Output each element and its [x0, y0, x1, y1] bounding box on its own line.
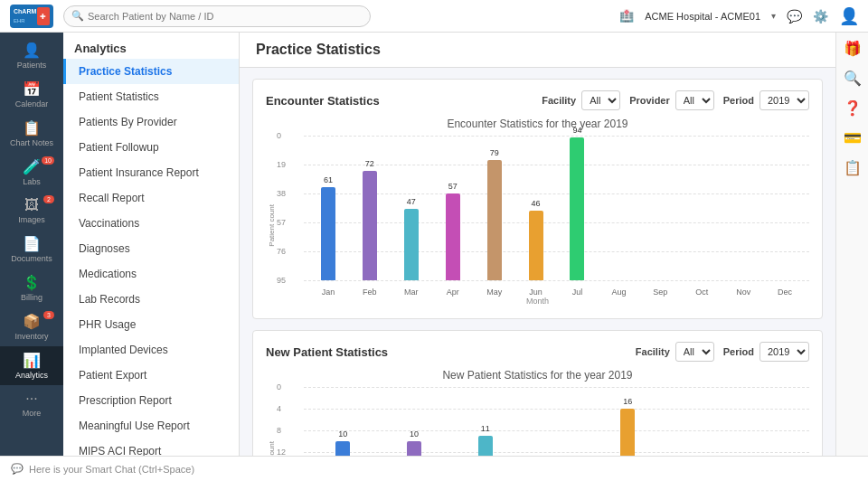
nav-item-labs[interactable]: 10 🧪 Labs — [0, 153, 63, 192]
bar-value-Jul: 94 — [572, 126, 581, 135]
encounter-title: Encounter Statistics — [266, 94, 380, 108]
search-icon: 🔍 — [71, 10, 84, 22]
x-label-Jun: Jun — [529, 288, 542, 297]
sidebar-item-patient-statistics[interactable]: Patient Statistics — [63, 84, 239, 109]
bar-Apr: 57 — [446, 193, 460, 280]
sidebar-item-implanted-devices[interactable]: Implanted Devices — [63, 337, 239, 363]
bar-col-Jun: 46Jun — [515, 136, 557, 280]
sidebar-item-vaccinations[interactable]: Vaccinations — [63, 211, 239, 236]
calendar-icon: 📅 — [23, 80, 41, 98]
new-patient-facility-group: Facility All — [636, 342, 714, 362]
nav-item-images[interactable]: 2 🖼 Images — [0, 192, 63, 230]
help-icon[interactable]: ❓ — [844, 99, 862, 117]
gift-icon[interactable]: 🎁 — [844, 40, 862, 57]
chart-notes-icon: 📋 — [23, 119, 41, 137]
sidebar-item-lab-records[interactable]: Lab Records — [63, 287, 239, 312]
sidebar-item-recall-report[interactable]: Recall Report — [63, 185, 239, 211]
new-facility-select[interactable]: All — [675, 342, 714, 362]
messages-icon[interactable]: 💬 — [787, 9, 802, 24]
nav-item-documents[interactable]: 📄 Documents — [0, 230, 63, 269]
new-period-select[interactable]: 2019 — [760, 342, 809, 362]
bar-col-Jan: 10Jan — [307, 387, 379, 456]
nav-item-inventory[interactable]: 3 📦 Inventory — [0, 307, 63, 346]
images-badge: 2 — [43, 195, 54, 203]
nav-label-more: More — [23, 409, 42, 418]
sidebar-item-patient-insurance-report[interactable]: Patient Insurance Report — [63, 160, 239, 185]
labs-badge: 10 — [42, 156, 54, 165]
inventory-badge: 3 — [43, 311, 54, 319]
nav-item-more[interactable]: ··· More — [0, 385, 63, 423]
search-input[interactable] — [88, 11, 363, 22]
sidebar-item-mips-aci-report[interactable]: MIPS ACI Report — [63, 439, 239, 456]
nav-item-patients[interactable]: 👤 Patients — [0, 36, 63, 75]
nav-label-chart-notes: Chart Notes — [10, 138, 53, 147]
nav-label-calendar: Calendar — [15, 99, 49, 108]
encounter-provider-group: Provider All — [629, 90, 714, 110]
card-icon[interactable]: 💳 — [844, 129, 862, 146]
content-area: Practice Statistics Encounter Statistics… — [240, 33, 835, 456]
search-bar[interactable]: 🔍 — [63, 5, 371, 27]
svg-text:ChARM: ChARM — [14, 8, 36, 14]
bar-col-Jul: 94Jul — [557, 136, 599, 280]
encounter-chart-title: Encounter Statistics for the year 2019 — [266, 118, 809, 130]
bar-Jul: 94 — [570, 137, 584, 280]
period-select[interactable]: 2019 — [760, 90, 809, 110]
left-nav: 👤 Patients 📅 Calendar 📋 Chart Notes 10 🧪… — [0, 33, 63, 456]
bottom-bar: 💬 Here is your Smart Chat (Ctrl+Space) — [0, 456, 868, 481]
facility-label: Facility — [542, 95, 576, 106]
sidebar-item-patient-export[interactable]: Patient Export — [63, 363, 239, 388]
chevron-icon[interactable]: ▾ — [771, 11, 776, 21]
inventory-icon: 📦 — [23, 313, 41, 330]
sidebar-item-medications[interactable]: Medications — [63, 261, 239, 287]
bar-col-May: 79May — [474, 136, 515, 280]
sidebar-item-phr-usage[interactable]: PHR Usage — [63, 312, 239, 337]
billing-icon: 💲 — [23, 274, 41, 291]
images-icon: 🖼 — [24, 197, 39, 213]
provider-label: Provider — [629, 95, 670, 106]
new-facility-label: Facility — [636, 346, 670, 357]
sidebar-item-patient-followup[interactable]: Patient Followup — [63, 135, 239, 160]
bar-col-Apr: Apr — [521, 387, 592, 456]
more-icon: ··· — [25, 391, 37, 407]
x-label-Jan: Jan — [322, 288, 335, 297]
nav-label-labs: Labs — [23, 177, 41, 186]
bar-col-Oct: Oct — [681, 136, 722, 280]
sidebar-item-prescription-report[interactable]: Prescription Report — [63, 388, 239, 413]
x-label-May: May — [486, 288, 502, 297]
sidebar-item-meaningful-use-report[interactable]: Meaningful Use Report — [63, 413, 239, 439]
new-patient-header-row: New Patient Statistics Facility All Peri… — [266, 342, 809, 362]
nav-item-analytics[interactable]: 📊 Analytics — [0, 346, 63, 385]
bar-col-Mar: 47Mar — [391, 136, 432, 280]
bar-Jun: 46 — [529, 211, 543, 280]
sidebar-item-patients-by-provider[interactable]: Patients By Provider — [63, 109, 239, 135]
bar-col-Feb: 10Feb — [379, 387, 450, 456]
labs-icon: 🧪 — [23, 158, 41, 175]
bar-Jan: 61 — [321, 187, 335, 280]
facility-select[interactable]: All — [581, 90, 620, 110]
settings-icon[interactable]: ⚙️ — [813, 9, 828, 24]
encounter-facility-group: Facility All — [542, 90, 620, 110]
bar-col-Dec: Dec — [764, 136, 806, 280]
bar-col-Feb: 72Feb — [349, 136, 391, 280]
search-right-icon[interactable]: 🔍 — [844, 70, 862, 87]
nav-item-calendar[interactable]: 📅 Calendar — [0, 75, 63, 114]
sidebar-title: Analytics — [63, 33, 239, 59]
analytics-icon: 📊 — [23, 352, 41, 369]
bar-Feb: 10 — [407, 441, 421, 456]
top-right-area: 🏥 ACME Hospital - ACME01 ▾ 💬 ⚙️ 👤 — [619, 6, 859, 26]
bar-value-Feb: 10 — [410, 429, 419, 439]
bar-value-May: 79 — [490, 148, 499, 157]
bar-Mar: 47 — [404, 209, 419, 280]
logo: ChARM EHR ✚ — [9, 4, 54, 29]
content-inner: Encounter Statistics Facility All Provid… — [240, 68, 835, 456]
bar-col-Nov: Nov — [722, 136, 764, 280]
documents-icon: 📄 — [23, 235, 41, 252]
nav-item-billing[interactable]: 💲 Billing — [0, 269, 63, 307]
sidebar-item-practice-statistics[interactable]: Practice Statistics — [63, 59, 239, 84]
notes-right-icon[interactable]: 📋 — [844, 159, 862, 176]
nav-item-chart-notes[interactable]: 📋 Chart Notes — [0, 114, 63, 153]
provider-select[interactable]: All — [675, 90, 714, 110]
right-panel: 🎁 🔍 ❓ 💳 📋 — [835, 33, 868, 456]
sidebar-item-diagnoses[interactable]: Diagnoses — [63, 236, 239, 261]
user-avatar[interactable]: 👤 — [839, 6, 859, 26]
